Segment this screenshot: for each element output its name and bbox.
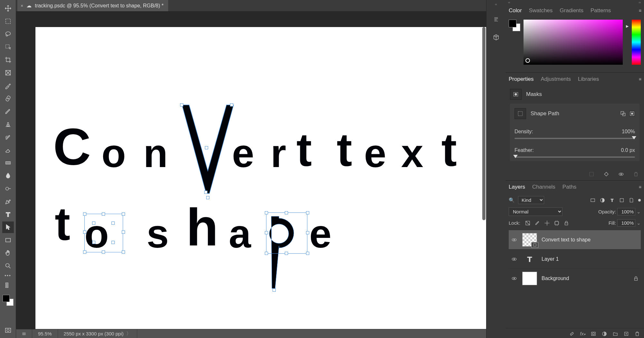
new-layer-icon[interactable] <box>623 331 629 337</box>
fill-input[interactable] <box>617 219 635 227</box>
canvas-scrollbar[interactable] <box>482 27 485 220</box>
tab-properties[interactable]: Properties <box>509 76 533 82</box>
feather-value[interactable]: 0.0 px <box>621 147 635 153</box>
filter-smart-icon[interactable] <box>629 197 634 203</box>
layer-name[interactable]: Layer 1 <box>542 256 639 262</box>
foreground-background-swatch[interactable] <box>3 295 14 306</box>
delete-layer-icon[interactable] <box>634 331 640 337</box>
tab-libraries[interactable]: Libraries <box>578 76 599 82</box>
zoom-tool[interactable] <box>2 260 14 272</box>
tab-color[interactable]: Color <box>509 7 522 14</box>
blend-mode-select[interactable]: Normal <box>509 207 562 216</box>
eraser-tool[interactable] <box>2 144 14 156</box>
crop-tool[interactable] <box>2 54 14 66</box>
brush-tool[interactable] <box>2 106 14 117</box>
color-swatch[interactable] <box>509 20 520 31</box>
gradient-tool[interactable] <box>2 157 14 169</box>
filter-type-icon[interactable] <box>609 197 615 203</box>
layers-panel-menu-icon[interactable]: ≡ <box>639 184 641 190</box>
fill-dropdown-icon[interactable]: ⌄ <box>637 220 641 226</box>
healing-tool[interactable] <box>2 93 14 104</box>
selection-tool[interactable] <box>2 41 14 53</box>
tab-layers[interactable]: Layers <box>509 184 525 190</box>
visibility-icon[interactable] <box>511 237 517 243</box>
adjustment-icon[interactable] <box>601 331 607 337</box>
link-layers-icon[interactable] <box>569 331 575 337</box>
mask-icon[interactable] <box>591 331 596 337</box>
hand-tool[interactable] <box>2 247 14 259</box>
glyph-V-path[interactable] <box>179 103 237 197</box>
hue-strip[interactable] <box>632 20 641 65</box>
delete-mask-icon[interactable] <box>633 171 639 177</box>
panels-collapse-handle[interactable]: ‹‹ <box>508 1 510 4</box>
density-value[interactable]: 100% <box>622 129 635 135</box>
close-tab-icon[interactable]: × <box>21 3 23 8</box>
pen-tool[interactable] <box>2 196 14 207</box>
invert-mask-icon[interactable] <box>603 171 609 177</box>
stamp-tool[interactable] <box>2 118 14 130</box>
collapse-handle[interactable]: ‹‹ <box>495 3 497 6</box>
lock-transparent-icon[interactable] <box>525 220 531 226</box>
path-selection-tool[interactable] <box>2 221 14 233</box>
history-brush-tool[interactable] <box>2 131 14 143</box>
spectrum-expand-icon[interactable]: ▶ <box>626 24 629 28</box>
lasso-tool[interactable] <box>2 28 14 40</box>
filter-toggle-icon[interactable] <box>638 199 641 202</box>
marquee-tool[interactable] <box>2 15 14 27</box>
tab-swatches[interactable]: Swatches <box>529 7 553 14</box>
layer-filter-kind[interactable]: Kind <box>518 196 544 204</box>
filter-pixel-icon[interactable] <box>590 197 596 203</box>
move-tool[interactable] <box>2 3 14 14</box>
eyedropper-tool[interactable] <box>2 80 14 91</box>
document-tab[interactable]: × ☁ tracking.psdc @ 95.5% (Convert text … <box>17 0 168 11</box>
select-mask-icon[interactable] <box>629 111 635 117</box>
mask-edge-icon[interactable] <box>589 171 594 177</box>
tab-channels[interactable]: Channels <box>532 184 555 190</box>
status-dims[interactable]: 2550 px x 3300 px (300 ppi)〉 <box>58 329 137 338</box>
status-icon[interactable] <box>16 329 32 338</box>
layer-row[interactable]: Background <box>509 268 641 288</box>
fx-icon[interactable]: fx▾ <box>580 331 585 337</box>
tab-gradients[interactable]: Gradients <box>560 7 583 14</box>
layer-name[interactable]: Background <box>542 276 629 281</box>
glyph2-h: h <box>186 201 218 254</box>
visibility-icon[interactable] <box>511 256 517 262</box>
canvas-area[interactable]: C o n e r t t e x t t <box>16 12 486 329</box>
group-icon[interactable] <box>612 331 618 337</box>
tab-paths[interactable]: Paths <box>562 184 576 190</box>
density-slider[interactable] <box>514 138 635 139</box>
blur-tool[interactable] <box>2 170 14 182</box>
add-mask-icon[interactable] <box>620 111 626 117</box>
opacity-input[interactable] <box>617 208 635 215</box>
layer-name[interactable]: Convert text to shape <box>542 237 639 243</box>
type-tool[interactable] <box>2 209 14 220</box>
tab-patterns[interactable]: Patterns <box>591 7 611 14</box>
dodge-tool[interactable] <box>2 183 14 194</box>
filter-adjust-icon[interactable] <box>600 197 605 203</box>
properties-panel-menu-icon[interactable]: ≡ <box>639 77 641 82</box>
layer-row[interactable]: Convert text to shape <box>509 230 641 249</box>
tab-adjustments[interactable]: Adjustments <box>541 76 571 82</box>
paragraph-panel-icon[interactable] <box>491 14 501 24</box>
canvas[interactable]: C o n e r t t e x t t <box>35 27 486 329</box>
panels-overflow-handle[interactable]: ›› <box>639 1 641 4</box>
toggle-mask-icon[interactable] <box>618 171 624 177</box>
color-panel-menu-icon[interactable]: ≡ <box>639 8 641 13</box>
layer-row[interactable]: Layer 1 <box>509 249 641 268</box>
tools-overflow[interactable]: ••• <box>5 273 11 278</box>
status-zoom[interactable]: 95.5% <box>32 329 58 338</box>
visibility-icon[interactable] <box>511 276 517 281</box>
lock-pixels-icon[interactable] <box>534 220 540 226</box>
filter-shape-icon[interactable] <box>619 197 625 203</box>
quick-mask-toggle[interactable] <box>2 324 14 336</box>
edit-toolbar[interactable] <box>2 279 14 291</box>
lock-artboard-icon[interactable] <box>554 220 560 226</box>
frame-tool[interactable] <box>2 67 14 79</box>
color-spectrum[interactable] <box>524 20 623 65</box>
lock-position-icon[interactable] <box>544 220 550 226</box>
3d-panel-icon[interactable] <box>491 33 501 42</box>
feather-slider[interactable] <box>514 156 635 158</box>
rectangle-tool[interactable] <box>2 234 14 246</box>
lock-all-icon[interactable] <box>563 220 569 226</box>
opacity-dropdown-icon[interactable]: ⌄ <box>637 209 641 215</box>
